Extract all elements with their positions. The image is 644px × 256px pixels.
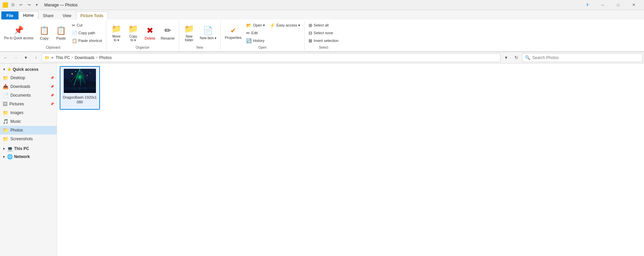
close-button[interactable]: ✕ xyxy=(626,0,641,10)
invert-selection-button[interactable]: ⊠ Invert selection xyxy=(307,37,340,44)
new-item-button[interactable]: 📄 New item ▾ xyxy=(198,21,218,44)
rename-button[interactable]: ✏ Rename xyxy=(159,21,177,44)
cut-icon: ✂ xyxy=(72,23,75,28)
quick-access-label: Quick access xyxy=(13,67,39,72)
pin-icon: 📌 xyxy=(14,25,24,35)
address-path[interactable]: 📁 ► This PC > Downloads > Photos xyxy=(42,53,500,62)
quick-access-arrow: ▼ xyxy=(3,68,6,71)
easy-access-icon: ⚡ xyxy=(270,23,275,28)
help-button[interactable]: ? xyxy=(580,0,595,10)
move-to-button[interactable]: 📁 Moveto ▾ xyxy=(108,21,124,44)
select-label: Select xyxy=(307,44,340,49)
open-small-buttons2: ⚡ Easy access ▾ xyxy=(268,21,302,29)
select-all-icon: ⊞ xyxy=(309,23,312,28)
group-open: ✔ Properties 📂 Open ▾ ✏ Edit 🔃 History xyxy=(221,21,305,50)
sidebar-item-photos[interactable]: 📁 Photos xyxy=(0,126,57,135)
path-downloads[interactable]: Downloads xyxy=(74,55,94,60)
new-folder-button[interactable]: 📁 Newfolder xyxy=(181,21,197,44)
photos-folder-icon: 📁 xyxy=(3,127,8,133)
group-select: ⊞ Select all ⊟ Select none ⊠ Invert sele… xyxy=(305,21,342,50)
folder-icon xyxy=(3,2,8,8)
sidebar-item-screenshots[interactable]: 📁 Screenshots xyxy=(0,135,57,143)
cut-button[interactable]: ✂ Cut xyxy=(70,21,104,29)
path-this-pc[interactable]: This PC xyxy=(56,55,70,60)
window-controls: ? ─ □ ✕ xyxy=(580,0,641,10)
qat-redo[interactable]: ↪ xyxy=(25,2,32,8)
open-items: ✔ Properties 📂 Open ▾ ✏ Edit 🔃 History xyxy=(223,21,302,44)
sidebar: ▼ ★ Quick access 📁 Desktop 📌 📥 Downloads… xyxy=(0,63,57,256)
svg-point-13 xyxy=(73,72,87,84)
new-item-icon: 📄 xyxy=(203,26,213,35)
paste-shortcut-button[interactable]: 📋 Paste shortcut xyxy=(70,37,104,44)
sidebar-item-documents[interactable]: 📄 Documents 📌 xyxy=(0,91,57,100)
pin-indicator-4: 📌 xyxy=(50,102,54,106)
recent-locations-button[interactable]: ▼ xyxy=(21,53,30,62)
path-photos[interactable]: Photos xyxy=(99,55,112,60)
file-item-dragonbash[interactable]: DragonBash-1920x1080 xyxy=(60,66,100,110)
tab-home[interactable]: Home xyxy=(19,11,38,19)
svg-point-17 xyxy=(75,71,76,72)
select-all-button[interactable]: ⊞ Select all xyxy=(307,21,340,29)
minimize-button[interactable]: ─ xyxy=(595,0,610,10)
new-folder-icon: 📁 xyxy=(184,24,194,34)
network-label: Network xyxy=(14,154,30,159)
new-label: New xyxy=(181,44,218,49)
sidebar-item-downloads[interactable]: 📥 Downloads 📌 xyxy=(0,82,57,91)
select-buttons: ⊞ Select all ⊟ Select none ⊠ Invert sele… xyxy=(307,21,340,44)
path-folder-icon: 📁 xyxy=(45,55,50,60)
copy-icon: 📋 xyxy=(39,26,49,35)
sidebar-item-music[interactable]: 🎵 Music xyxy=(0,117,57,126)
search-icon: 🔍 xyxy=(525,55,530,60)
ribbon: File Home Share View Picture Tools 📌 Pin… xyxy=(0,10,644,52)
ribbon-content: 📌 Pin to Quick access 📋 Copy 📋 Paste ✂ xyxy=(0,19,644,52)
window-title: Manage — Photos xyxy=(44,3,77,7)
open-button[interactable]: 📂 Open ▾ xyxy=(244,21,267,29)
sidebar-item-desktop[interactable]: 📁 Desktop 📌 xyxy=(0,73,57,82)
group-new: 📁 Newfolder 📄 New item ▾ New xyxy=(179,21,221,50)
sidebar-this-pc-header[interactable]: ► 💻 This PC xyxy=(0,145,57,153)
maximize-button[interactable]: □ xyxy=(610,0,626,10)
select-none-icon: ⊟ xyxy=(309,31,312,36)
copy-path-button[interactable]: 📄 Copy path xyxy=(70,29,104,37)
forward-button[interactable]: → xyxy=(11,53,20,62)
paste-shortcut-icon: 📋 xyxy=(72,38,77,43)
search-box[interactable]: 🔍 xyxy=(522,53,643,62)
paste-button-large[interactable]: 📋 Paste xyxy=(53,21,69,44)
up-button[interactable]: ↑ xyxy=(32,53,40,62)
path-dropdown-button[interactable]: ▼ xyxy=(502,53,511,62)
music-folder-icon: 🎵 xyxy=(3,119,8,124)
tab-share[interactable]: Share xyxy=(39,11,58,19)
desktop-folder-icon: 📁 xyxy=(3,75,8,81)
sidebar-item-images[interactable]: 📁 images xyxy=(0,108,57,117)
tab-picture-tools[interactable]: Picture Tools xyxy=(76,11,108,19)
tab-view[interactable]: View xyxy=(58,11,76,19)
new-items: 📁 Newfolder 📄 New item ▾ xyxy=(181,21,218,44)
tab-file[interactable]: File xyxy=(1,11,18,19)
properties-button[interactable]: ✔ Properties xyxy=(223,21,244,44)
pin-indicator-3: 📌 xyxy=(50,94,54,97)
search-input[interactable] xyxy=(532,55,640,60)
edit-button[interactable]: ✏ Edit xyxy=(244,29,267,37)
sidebar-quick-access-header[interactable]: ▼ ★ Quick access xyxy=(0,65,57,73)
easy-access-button[interactable]: ⚡ Easy access ▾ xyxy=(268,21,302,29)
refresh-button[interactable]: ↻ xyxy=(512,53,521,62)
back-button[interactable]: ← xyxy=(1,53,10,62)
copy-to-button[interactable]: 📁 Copyto ▾ xyxy=(125,21,141,44)
history-button[interactable]: 🔃 History xyxy=(244,37,267,44)
select-none-button[interactable]: ⊟ Select none xyxy=(307,29,340,37)
copy-to-icon: 📁 xyxy=(128,24,138,34)
sidebar-item-pictures[interactable]: 🖼 Pictures 📌 xyxy=(0,100,57,108)
edit-icon: ✏ xyxy=(246,31,250,36)
pin-to-quick-access-button[interactable]: 📌 Pin to Quick access xyxy=(2,21,36,44)
pin-indicator: 📌 xyxy=(50,76,54,80)
copy-button-large[interactable]: 📋 Copy xyxy=(36,21,52,44)
qat-undo[interactable]: ↩ xyxy=(17,2,24,8)
delete-button[interactable]: ✖ Delete xyxy=(142,21,158,44)
delete-icon: ✖ xyxy=(147,26,153,35)
organize-label: Organize xyxy=(108,44,177,49)
documents-folder-icon: 📄 xyxy=(3,93,8,98)
qat-properties[interactable]: ⊡ xyxy=(9,2,16,8)
qat-dropdown[interactable]: ▾ xyxy=(34,2,40,8)
sidebar-network-header[interactable]: ► 🌐 Network xyxy=(0,153,57,161)
clipboard-items: 📌 Pin to Quick access 📋 Copy 📋 Paste ✂ xyxy=(2,21,104,44)
